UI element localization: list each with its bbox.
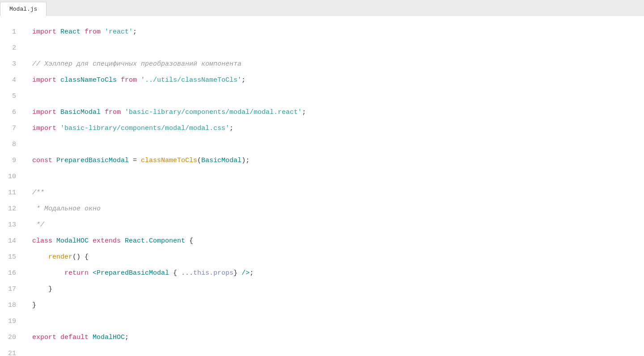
code-line xyxy=(32,169,644,185)
token-plain: = xyxy=(129,157,141,164)
token-jsx-tag: /> xyxy=(242,269,250,277)
token-funcname: render xyxy=(48,253,72,261)
token-kw-from: from xyxy=(80,28,105,36)
token-str: '../utils/classNameToCls' xyxy=(141,76,242,84)
token-str: 'basic-library/components/modal/modal.cs… xyxy=(60,125,229,132)
token-kw-from: from xyxy=(117,76,141,84)
editor-container: Modal.js 1234567891011121314151617181920… xyxy=(0,0,644,356)
token-punct: ; xyxy=(302,109,306,116)
tab-label: Modal.js xyxy=(9,6,37,13)
line-number: 18 xyxy=(0,297,16,314)
line-number: 14 xyxy=(0,233,16,249)
code-line: } xyxy=(32,281,644,297)
token-comment: */ xyxy=(32,221,44,229)
token-classname: classNameToCls xyxy=(60,76,117,84)
line-number: 16 xyxy=(0,265,16,281)
token-spread: ... xyxy=(181,269,193,277)
line-number: 1 xyxy=(0,24,16,40)
code-line: * Модальное окно xyxy=(32,201,644,217)
token-kw-import: import xyxy=(32,109,60,116)
code-line xyxy=(32,346,644,356)
token-plain: } xyxy=(32,285,52,293)
code-line xyxy=(32,40,644,56)
code-line: import React from 'react'; xyxy=(32,24,644,40)
code-line: import 'basic-library/components/modal/m… xyxy=(32,121,644,137)
token-plain xyxy=(32,269,64,277)
token-classname: React.Component xyxy=(125,237,185,245)
code-line: // Хэллпер для специфичных преобразовани… xyxy=(32,56,644,72)
line-number: 2 xyxy=(0,40,16,56)
code-line: render() { xyxy=(32,249,644,265)
token-classname: React xyxy=(60,28,80,36)
token-punct: ; xyxy=(229,125,233,132)
token-kw-const: const xyxy=(32,157,56,164)
token-comment: // Хэллпер для специфичных преобразовани… xyxy=(32,60,242,68)
token-prop: this.props xyxy=(193,269,233,277)
line-number: 11 xyxy=(0,185,16,201)
token-str: 'basic-library/components/modal/modal.re… xyxy=(125,109,302,116)
token-classname: BasicModal xyxy=(201,157,242,164)
code-line: import classNameToCls from '../utils/cla… xyxy=(32,72,644,88)
token-punct: ; xyxy=(250,269,254,277)
token-classname: PreparedBasicModal xyxy=(56,157,129,164)
token-kw-extends: extends xyxy=(89,237,125,245)
token-classname: BasicModal xyxy=(60,109,101,116)
token-plain: { xyxy=(169,269,181,277)
token-kw-from: from xyxy=(101,109,125,116)
code-line: */ xyxy=(32,217,644,233)
token-kw-return: return xyxy=(64,269,93,277)
code-line: const PreparedBasicModal = classNameToCl… xyxy=(32,153,644,169)
code-line: import BasicModal from 'basic-library/co… xyxy=(32,105,644,121)
token-kw-import: import xyxy=(32,76,60,84)
token-plain: { xyxy=(185,237,193,245)
token-kw-import: import xyxy=(32,125,60,132)
token-funcname: classNameToCls xyxy=(141,157,197,164)
line-number: 17 xyxy=(0,281,16,297)
token-plain xyxy=(32,253,48,261)
code-line xyxy=(32,88,644,105)
token-kw-class: class xyxy=(32,237,56,245)
code-line xyxy=(32,314,644,330)
line-numbers: 123456789101112131415161718192021 xyxy=(0,16,23,356)
code-line xyxy=(32,137,644,153)
token-comment: /** xyxy=(32,189,44,197)
code-line: /** xyxy=(32,185,644,201)
line-number: 7 xyxy=(0,121,16,137)
line-number: 12 xyxy=(0,201,16,217)
code-area: 123456789101112131415161718192021 import… xyxy=(0,16,644,356)
token-punct: ; xyxy=(242,76,246,84)
line-number: 21 xyxy=(0,346,16,356)
tab-bar: Modal.js xyxy=(0,0,644,16)
code-line: return <PreparedBasicModal { ...this.pro… xyxy=(32,265,644,281)
line-number: 4 xyxy=(0,72,16,88)
code-line: export default ModalHOC; xyxy=(32,330,644,346)
line-number: 8 xyxy=(0,137,16,153)
token-jsx-tag: <PreparedBasicModal xyxy=(93,269,169,277)
token-str: 'react' xyxy=(105,28,133,36)
token-kw-export: export xyxy=(32,334,60,341)
line-number: 19 xyxy=(0,314,16,330)
token-punct: ( xyxy=(197,157,201,164)
line-number: 3 xyxy=(0,56,16,72)
token-plain: } xyxy=(32,302,36,309)
code-content[interactable]: import React from 'react'; // Хэллпер дл… xyxy=(23,16,644,356)
token-punct: ; xyxy=(125,334,129,341)
code-line: } xyxy=(32,297,644,314)
line-number: 6 xyxy=(0,105,16,121)
token-punct: ; xyxy=(133,28,137,36)
tab-modal-js[interactable]: Modal.js xyxy=(0,2,47,16)
token-comment: * Модальное окно xyxy=(32,205,101,213)
line-number: 9 xyxy=(0,153,16,169)
line-number: 15 xyxy=(0,249,16,265)
line-number: 10 xyxy=(0,169,16,185)
line-number: 5 xyxy=(0,88,16,105)
line-number: 13 xyxy=(0,217,16,233)
token-classname: ModalHOC xyxy=(56,237,89,245)
token-plain: () { xyxy=(72,253,89,261)
token-classname: ModalHOC xyxy=(93,334,125,341)
token-kw-default: default xyxy=(60,334,93,341)
token-punct: ); xyxy=(242,157,250,164)
line-number: 20 xyxy=(0,330,16,346)
code-line: class ModalHOC extends React.Component { xyxy=(32,233,644,249)
token-kw-import: import xyxy=(32,28,60,36)
